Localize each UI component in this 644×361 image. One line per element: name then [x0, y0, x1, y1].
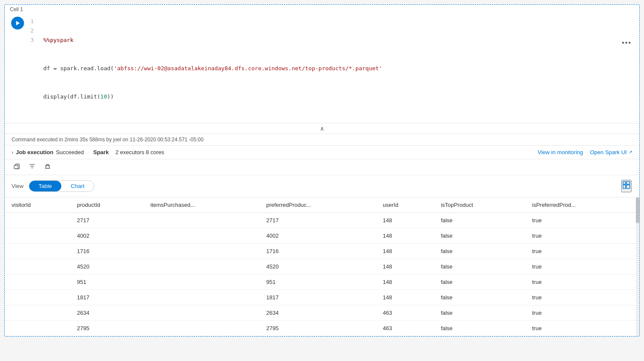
col-header-is-preferred-prod: isPreferredProd...	[525, 197, 639, 213]
table-row: 45204520148falsetrue	[5, 259, 639, 274]
filter-button[interactable]	[27, 162, 37, 172]
table-cell: true	[525, 259, 639, 274]
table-cell	[144, 259, 259, 274]
table-cell: false	[434, 244, 525, 259]
table-cell: 1817	[259, 290, 376, 305]
table-cell: 2795	[70, 321, 144, 336]
table-cell	[144, 244, 259, 259]
job-bar: › Job execution Succeeded Spark 2 execut…	[5, 146, 639, 159]
table-cell: false	[434, 290, 525, 305]
view-in-monitoring-button[interactable]: View in monitoring	[538, 149, 583, 155]
open-spark-ui-button[interactable]: Open Spark UI	[590, 149, 627, 155]
svg-rect-7	[623, 182, 626, 184]
code-area: 1 2 3 %%pyspark df = spark.read.load('ab…	[5, 13, 639, 123]
table-cell: false	[434, 305, 525, 321]
scrollbar-track[interactable]	[636, 197, 639, 336]
job-chevron-icon[interactable]: ›	[12, 149, 13, 155]
table-cell: false	[434, 321, 525, 336]
table-cell	[5, 244, 70, 259]
more-options-button[interactable]: •••	[622, 39, 632, 47]
table-cell	[144, 305, 259, 321]
collapse-row: ∧	[5, 123, 639, 134]
table-cell: 148	[376, 244, 434, 259]
table-row: 26342634463falsetrue	[5, 305, 639, 321]
table-cell	[5, 274, 70, 290]
scrollbar-thumb[interactable]	[636, 197, 639, 223]
table-cell: false	[434, 259, 525, 274]
collapse-button[interactable]: ∧	[320, 125, 324, 132]
table-cell: 951	[259, 274, 376, 290]
table-cell	[5, 305, 70, 321]
table-cell: 148	[376, 274, 434, 290]
cell-header: Cell 1	[5, 5, 639, 13]
table-cell: true	[525, 274, 639, 290]
table-cell: 148	[376, 213, 434, 228]
clear-button[interactable]	[42, 162, 53, 172]
table-cell: 2795	[259, 321, 376, 336]
table-row: 951951148falsetrue	[5, 274, 639, 290]
svg-rect-10	[626, 185, 630, 188]
execution-info: Command executed in 2mins 35s 588ms by j…	[5, 134, 639, 146]
view-toggle-row: View Table Chart	[5, 175, 639, 197]
table-row: 17161716148falsetrue	[5, 244, 639, 259]
table-cell: 4002	[259, 228, 376, 244]
table-cell: 2717	[70, 213, 144, 228]
table-cell	[144, 213, 259, 228]
table-row: 40024002148falsetrue	[5, 228, 639, 244]
job-bar-right: View in monitoring Open Spark UI ↗	[538, 149, 632, 155]
table-cell	[144, 274, 259, 290]
run-button[interactable]	[11, 17, 24, 30]
table-cell	[5, 213, 70, 228]
table-cell: true	[525, 213, 639, 228]
table-cell	[144, 290, 259, 305]
line-numbers: 1 2 3	[30, 16, 43, 120]
grid-view-button[interactable]	[621, 180, 632, 192]
code-content[interactable]: %%pyspark df = spark.read.load('abfss://…	[43, 16, 639, 120]
data-table: visitorId productId itemsPurchased... pr…	[5, 197, 639, 336]
table-cell: 148	[376, 290, 434, 305]
table-cell: false	[434, 213, 525, 228]
col-header-is-top-product: isTopProduct	[434, 197, 525, 213]
table-cell: 2634	[259, 305, 376, 321]
table-row: 18171817148falsetrue	[5, 290, 639, 305]
cell-title: Cell 1	[10, 6, 23, 12]
data-table-container: visitorId productId itemsPurchased... pr…	[5, 197, 639, 336]
chart-view-button[interactable]: Chart	[61, 181, 94, 191]
job-bar-left: › Job execution Succeeded Spark 2 execut…	[12, 149, 538, 155]
table-cell: true	[525, 290, 639, 305]
table-cell	[144, 228, 259, 244]
table-cell: true	[525, 321, 639, 336]
svg-marker-0	[16, 21, 20, 26]
table-row: 27172717148falsetrue	[5, 213, 639, 228]
col-header-product-id: productId	[70, 197, 144, 213]
col-header-user-id: userId	[376, 197, 434, 213]
table-cell: 4002	[70, 228, 144, 244]
table-cell	[5, 290, 70, 305]
table-cell: false	[434, 228, 525, 244]
view-toggle-group: Table Chart	[29, 180, 94, 192]
copy-button[interactable]	[12, 162, 22, 172]
table-row: 27952795463falsetrue	[5, 321, 639, 336]
view-label: View	[12, 183, 24, 189]
table-cell: false	[434, 274, 525, 290]
exec-info-text: Command executed in 2mins 35s 588ms by j…	[12, 137, 204, 143]
col-header-items-purchased: itemsPurchased...	[144, 197, 259, 213]
table-cell: 2634	[70, 305, 144, 321]
table-cell: 463	[376, 305, 434, 321]
job-execution-label: Job execution	[16, 149, 53, 155]
table-cell	[5, 259, 70, 274]
toolbar-row	[5, 159, 639, 175]
job-status: Succeeded	[56, 149, 84, 155]
table-cell: true	[525, 228, 639, 244]
table-header-row: visitorId productId itemsPurchased... pr…	[5, 197, 639, 213]
open-spark-ui: Open Spark UI ↗	[590, 149, 632, 155]
table-view-button[interactable]: Table	[29, 181, 61, 191]
table-cell: true	[525, 305, 639, 321]
table-cell: 463	[376, 321, 434, 336]
notebook-cell: Cell 1 1 2 3 %%pyspark df = spark.read.l…	[4, 4, 640, 337]
col-header-visitor-id: visitorId	[5, 197, 70, 213]
col-header-preferred-product: preferredProduc...	[259, 197, 376, 213]
table-cell	[5, 228, 70, 244]
table-cell: 2717	[259, 213, 376, 228]
table-cell: 1817	[70, 290, 144, 305]
